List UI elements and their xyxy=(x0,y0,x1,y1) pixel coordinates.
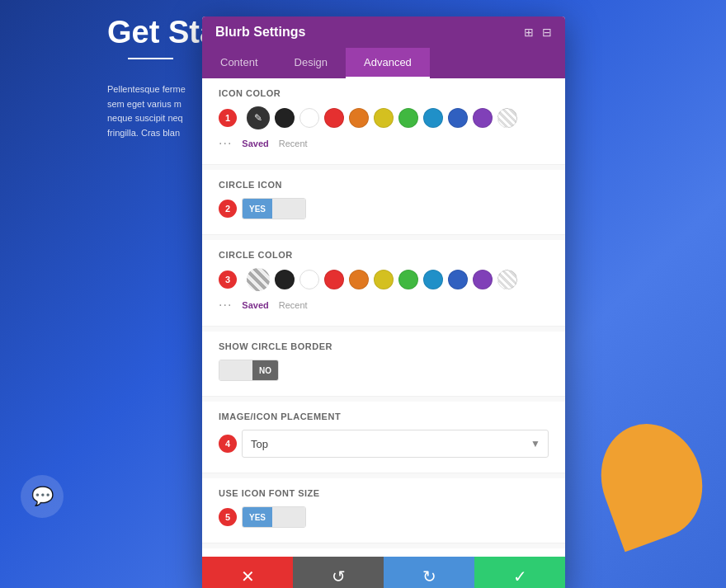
circle-swatch-red[interactable] xyxy=(324,270,344,289)
circle-swatch-purple[interactable] xyxy=(473,270,493,289)
placement-dropdown-wrapper: Top Bottom Left Right ▼ xyxy=(242,430,549,458)
color-swatch-red[interactable] xyxy=(324,108,344,128)
icon-color-picker-btn[interactable]: ✎ xyxy=(247,106,270,129)
color-swatch-white[interactable] xyxy=(299,108,319,128)
circle-swatch-teal[interactable] xyxy=(423,270,443,289)
circle-color-section: Circle Color 3 ··· Saved Recent xyxy=(202,240,565,327)
circle-color-label: Circle Color xyxy=(219,250,549,260)
circle-swatch-black[interactable] xyxy=(275,270,295,289)
redo-button[interactable]: ↻ xyxy=(384,557,474,588)
hero-paragraph: Pellentesque ferme sem eget varius m neq… xyxy=(107,82,198,140)
step-3-badge: 3 xyxy=(219,270,237,289)
modal-header-actions: ⊞ ⊟ xyxy=(524,26,552,39)
circle-color-row: 3 xyxy=(219,268,549,291)
settings-tabs: Content Design Advanced xyxy=(202,48,565,78)
circle-swatch-blue[interactable] xyxy=(448,270,468,289)
circle-swatch-orange[interactable] xyxy=(349,270,369,289)
circle-swatch-white[interactable] xyxy=(299,270,319,289)
more-swatches-btn[interactable]: ··· xyxy=(219,136,232,151)
show-circle-border-section: Show Circle Border NO xyxy=(202,332,565,397)
modal-footer: ✕ ↺ ↻ ✓ xyxy=(202,557,565,588)
font-toggle-yes-btn[interactable]: YES xyxy=(243,507,272,527)
icon-color-row: 1 ✎ xyxy=(219,106,549,129)
tab-content[interactable]: Content xyxy=(202,48,276,78)
circle-more-swatches-btn[interactable]: ··· xyxy=(219,298,232,313)
circle-color-saved-row: ··· Saved Recent xyxy=(219,298,549,313)
undo-icon: ↺ xyxy=(332,567,346,586)
tab-advanced[interactable]: Advanced xyxy=(346,48,430,78)
color-swatch-blue[interactable] xyxy=(448,108,468,128)
icon-color-label: Icon Color xyxy=(219,88,549,98)
resize-icon[interactable]: ⊞ xyxy=(524,26,534,39)
modal-title: Blurb Settings xyxy=(215,25,305,40)
use-icon-font-size-label: Use Icon Font Size xyxy=(219,488,549,498)
color-swatch-purple[interactable] xyxy=(473,108,493,128)
image-icon-placement-section: Image/Icon Placement 4 Top Bottom Left R… xyxy=(202,402,565,473)
color-swatch-transparent[interactable] xyxy=(497,108,517,128)
step-4-badge: 4 xyxy=(219,435,237,453)
circle-icon-toggle-row: 2 YES xyxy=(219,198,549,219)
show-circle-border-toggle[interactable]: NO xyxy=(219,360,279,381)
tab-design[interactable]: Design xyxy=(276,48,346,78)
blurb-settings-modal: Blurb Settings ⊞ ⊟ Content Design Advanc… xyxy=(202,16,565,588)
toggle-no-btn[interactable]: NO xyxy=(252,360,278,380)
step-1-badge: 1 xyxy=(219,109,237,127)
use-icon-font-size-toggle-row: 5 YES xyxy=(219,506,549,528)
color-swatch-black[interactable] xyxy=(275,108,295,128)
circle-swatch-yellow[interactable] xyxy=(374,270,394,289)
icon-color-saved-row: ··· Saved Recent xyxy=(219,136,549,151)
toggle-yes-btn[interactable]: YES xyxy=(243,199,272,219)
hero-divider xyxy=(128,58,173,59)
cancel-icon: ✕ xyxy=(241,567,255,586)
circle-swatch-transparent[interactable] xyxy=(497,270,517,289)
color-swatch-yellow[interactable] xyxy=(374,108,394,128)
redo-icon: ↻ xyxy=(422,567,436,586)
circle-icon-label: Circle Icon xyxy=(219,180,549,190)
border-toggle-empty[interactable] xyxy=(219,360,252,380)
confirm-icon: ✓ xyxy=(513,567,527,586)
use-icon-font-size-section: Use Icon Font Size 5 YES xyxy=(202,478,565,543)
circle-color-picker-btn[interactable] xyxy=(247,268,270,291)
font-toggle-empty-btn[interactable] xyxy=(272,507,305,527)
chat-bubble-icon[interactable]: 💬 xyxy=(21,475,64,518)
step-2-badge: 2 xyxy=(219,200,237,218)
toggle-empty-btn[interactable] xyxy=(272,199,305,219)
show-circle-border-label: Show Circle Border xyxy=(219,341,549,351)
modal-body: Icon Color 1 ✎ ··· Saved Recent xyxy=(202,78,565,557)
image-icon-placement-label: Image/Icon Placement xyxy=(219,412,549,421)
color-swatch-teal[interactable] xyxy=(423,108,443,128)
cancel-button[interactable]: ✕ xyxy=(202,557,293,588)
circle-recent-link[interactable]: Recent xyxy=(279,300,308,310)
saved-link[interactable]: Saved xyxy=(242,139,268,148)
collapse-icon[interactable]: ⊟ xyxy=(542,26,552,39)
placement-dropdown-row: 4 Top Bottom Left Right ▼ xyxy=(219,430,549,458)
undo-button[interactable]: ↺ xyxy=(293,557,384,588)
use-icon-font-size-toggle[interactable]: YES xyxy=(242,506,306,528)
circle-saved-link[interactable]: Saved xyxy=(242,300,268,310)
recent-link[interactable]: Recent xyxy=(279,139,308,148)
color-swatch-orange[interactable] xyxy=(349,108,369,128)
show-circle-border-toggle-row: NO xyxy=(219,360,549,381)
circle-icon-toggle[interactable]: YES xyxy=(242,198,306,219)
confirm-button[interactable]: ✓ xyxy=(474,557,565,588)
color-swatch-green[interactable] xyxy=(398,108,418,128)
icon-font-size-section: Icon Font Size Desktop Tablet Phone 1.5v… xyxy=(202,548,565,557)
circle-swatch-green[interactable] xyxy=(398,270,418,289)
circle-icon-section: Circle Icon 2 YES xyxy=(202,170,565,235)
step-5-badge: 5 xyxy=(219,508,237,526)
modal-header: Blurb Settings ⊞ ⊟ xyxy=(202,16,565,48)
icon-color-section: Icon Color 1 ✎ ··· Saved Recent xyxy=(202,78,565,165)
placement-select[interactable]: Top Bottom Left Right xyxy=(242,430,549,458)
